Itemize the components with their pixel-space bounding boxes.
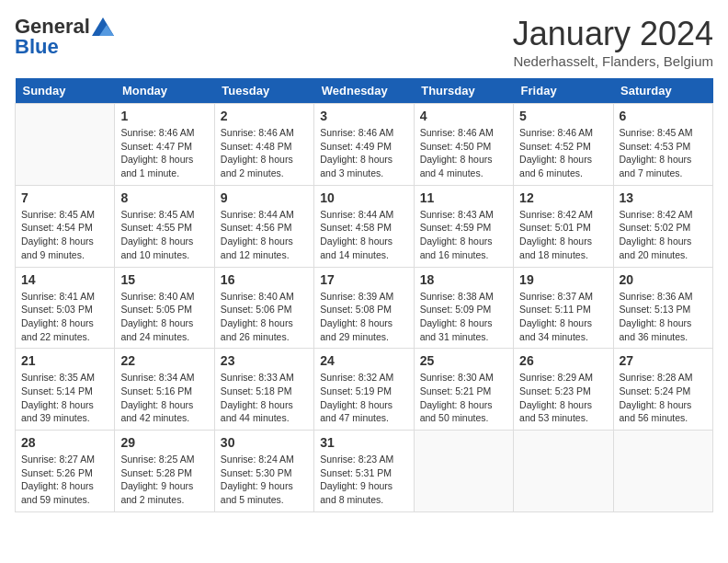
day-number: 30 <box>221 435 308 450</box>
calendar-cell: 4Sunrise: 8:46 AMSunset: 4:50 PMDaylight… <box>414 104 513 186</box>
day-info: Sunrise: 8:46 AMSunset: 4:49 PMDaylight:… <box>320 126 407 180</box>
calendar-cell: 6Sunrise: 8:45 AMSunset: 4:53 PMDaylight… <box>613 104 712 186</box>
day-number: 14 <box>21 272 108 287</box>
calendar-week-row: 1Sunrise: 8:46 AMSunset: 4:47 PMDaylight… <box>16 104 713 186</box>
day-number: 2 <box>221 109 308 123</box>
day-number: 26 <box>519 353 607 368</box>
calendar-cell: 18Sunrise: 8:38 AMSunset: 5:09 PMDayligh… <box>414 267 513 349</box>
day-number: 18 <box>420 272 507 287</box>
calendar-week-row: 14Sunrise: 8:41 AMSunset: 5:03 PMDayligh… <box>16 267 713 349</box>
day-number: 28 <box>21 435 108 450</box>
day-info: Sunrise: 8:42 AMSunset: 5:01 PMDaylight:… <box>519 208 607 262</box>
day-info: Sunrise: 8:43 AMSunset: 4:59 PMDaylight:… <box>420 208 507 262</box>
day-number: 7 <box>21 190 108 205</box>
month-title: January 2024 <box>513 15 713 53</box>
day-number: 16 <box>221 272 308 287</box>
logo-blue-text: Blue <box>15 35 59 59</box>
title-block: January 2024 Nederhasselt, Flanders, Bel… <box>513 15 713 69</box>
calendar-cell: 23Sunrise: 8:33 AMSunset: 5:18 PMDayligh… <box>214 349 313 431</box>
day-number: 10 <box>320 190 407 205</box>
day-number: 3 <box>320 109 407 123</box>
day-info: Sunrise: 8:40 AMSunset: 5:05 PMDaylight:… <box>120 290 208 344</box>
calendar-week-row: 7Sunrise: 8:45 AMSunset: 4:54 PMDaylight… <box>16 185 713 267</box>
logo-icon <box>92 16 114 38</box>
location: Nederhasselt, Flanders, Belgium <box>513 53 713 69</box>
day-number: 23 <box>221 353 308 368</box>
day-number: 31 <box>320 435 407 450</box>
day-info: Sunrise: 8:29 AMSunset: 5:23 PMDaylight:… <box>519 371 607 425</box>
calendar-table: SundayMondayTuesdayWednesdayThursdayFrid… <box>15 78 713 512</box>
day-number: 19 <box>519 272 607 287</box>
day-number: 12 <box>519 190 607 205</box>
day-info: Sunrise: 8:44 AMSunset: 4:56 PMDaylight:… <box>221 208 308 262</box>
calendar-cell: 5Sunrise: 8:46 AMSunset: 4:52 PMDaylight… <box>514 104 613 186</box>
calendar-cell: 7Sunrise: 8:45 AMSunset: 4:54 PMDaylight… <box>16 185 115 267</box>
day-info: Sunrise: 8:39 AMSunset: 5:08 PMDaylight:… <box>320 290 407 344</box>
weekday-header: Monday <box>115 78 214 104</box>
calendar-cell: 8Sunrise: 8:45 AMSunset: 4:55 PMDaylight… <box>115 185 214 267</box>
day-info: Sunrise: 8:35 AMSunset: 5:14 PMDaylight:… <box>21 371 108 425</box>
calendar-cell: 25Sunrise: 8:30 AMSunset: 5:21 PMDayligh… <box>414 349 513 431</box>
day-info: Sunrise: 8:44 AMSunset: 4:58 PMDaylight:… <box>320 208 407 262</box>
day-info: Sunrise: 8:45 AMSunset: 4:54 PMDaylight:… <box>21 208 108 262</box>
page-header: General Blue January 2024 Nederhasselt, … <box>15 15 713 69</box>
day-info: Sunrise: 8:46 AMSunset: 4:47 PMDaylight:… <box>120 126 208 180</box>
calendar-cell: 1Sunrise: 8:46 AMSunset: 4:47 PMDaylight… <box>115 104 214 186</box>
day-info: Sunrise: 8:36 AMSunset: 5:13 PMDaylight:… <box>620 290 707 344</box>
calendar-cell: 12Sunrise: 8:42 AMSunset: 5:01 PMDayligh… <box>514 185 613 267</box>
calendar-cell: 19Sunrise: 8:37 AMSunset: 5:11 PMDayligh… <box>514 267 613 349</box>
day-number: 8 <box>120 190 208 205</box>
day-info: Sunrise: 8:24 AMSunset: 5:30 PMDaylight:… <box>221 453 308 507</box>
day-info: Sunrise: 8:46 AMSunset: 4:48 PMDaylight:… <box>221 126 308 180</box>
day-number: 15 <box>120 272 208 287</box>
calendar-cell <box>514 431 613 512</box>
day-info: Sunrise: 8:34 AMSunset: 5:16 PMDaylight:… <box>120 371 208 425</box>
calendar-cell: 11Sunrise: 8:43 AMSunset: 4:59 PMDayligh… <box>414 185 513 267</box>
day-number: 17 <box>320 272 407 287</box>
day-number: 5 <box>519 109 607 123</box>
day-number: 4 <box>420 109 507 123</box>
day-number: 24 <box>320 353 407 368</box>
day-number: 22 <box>120 353 208 368</box>
calendar-cell: 24Sunrise: 8:32 AMSunset: 5:19 PMDayligh… <box>314 349 414 431</box>
day-number: 20 <box>620 272 707 287</box>
day-number: 1 <box>120 109 208 123</box>
calendar-cell: 21Sunrise: 8:35 AMSunset: 5:14 PMDayligh… <box>16 349 115 431</box>
day-info: Sunrise: 8:28 AMSunset: 5:24 PMDaylight:… <box>620 371 707 425</box>
day-info: Sunrise: 8:40 AMSunset: 5:06 PMDaylight:… <box>221 290 308 344</box>
day-info: Sunrise: 8:46 AMSunset: 4:50 PMDaylight:… <box>420 126 507 180</box>
day-number: 25 <box>420 353 507 368</box>
weekday-header: Saturday <box>613 78 712 104</box>
day-info: Sunrise: 8:42 AMSunset: 5:02 PMDaylight:… <box>620 208 707 262</box>
calendar-cell: 15Sunrise: 8:40 AMSunset: 5:05 PMDayligh… <box>115 267 214 349</box>
day-number: 27 <box>620 353 707 368</box>
calendar-cell: 28Sunrise: 8:27 AMSunset: 5:26 PMDayligh… <box>16 431 115 512</box>
calendar-cell: 16Sunrise: 8:40 AMSunset: 5:06 PMDayligh… <box>214 267 313 349</box>
weekday-header: Wednesday <box>314 78 414 104</box>
day-number: 11 <box>420 190 507 205</box>
calendar-week-row: 28Sunrise: 8:27 AMSunset: 5:26 PMDayligh… <box>16 431 713 512</box>
calendar-cell: 9Sunrise: 8:44 AMSunset: 4:56 PMDaylight… <box>214 185 313 267</box>
logo: General Blue <box>15 15 114 59</box>
weekday-header: Thursday <box>414 78 513 104</box>
weekday-header: Friday <box>514 78 613 104</box>
weekday-header: Sunday <box>16 78 115 104</box>
calendar-cell: 14Sunrise: 8:41 AMSunset: 5:03 PMDayligh… <box>16 267 115 349</box>
calendar-cell: 20Sunrise: 8:36 AMSunset: 5:13 PMDayligh… <box>613 267 712 349</box>
calendar-cell: 27Sunrise: 8:28 AMSunset: 5:24 PMDayligh… <box>613 349 712 431</box>
day-info: Sunrise: 8:32 AMSunset: 5:19 PMDaylight:… <box>320 371 407 425</box>
calendar-cell <box>414 431 513 512</box>
day-info: Sunrise: 8:30 AMSunset: 5:21 PMDaylight:… <box>420 371 507 425</box>
day-info: Sunrise: 8:38 AMSunset: 5:09 PMDaylight:… <box>420 290 507 344</box>
day-info: Sunrise: 8:23 AMSunset: 5:31 PMDaylight:… <box>320 453 407 507</box>
day-number: 21 <box>21 353 108 368</box>
calendar-cell: 31Sunrise: 8:23 AMSunset: 5:31 PMDayligh… <box>314 431 414 512</box>
weekday-header: Tuesday <box>214 78 313 104</box>
day-info: Sunrise: 8:27 AMSunset: 5:26 PMDaylight:… <box>21 453 108 507</box>
calendar-cell <box>613 431 712 512</box>
day-info: Sunrise: 8:45 AMSunset: 4:55 PMDaylight:… <box>120 208 208 262</box>
day-info: Sunrise: 8:46 AMSunset: 4:52 PMDaylight:… <box>519 126 607 180</box>
day-number: 29 <box>120 435 208 450</box>
day-info: Sunrise: 8:25 AMSunset: 5:28 PMDaylight:… <box>120 453 208 507</box>
calendar-cell: 22Sunrise: 8:34 AMSunset: 5:16 PMDayligh… <box>115 349 214 431</box>
